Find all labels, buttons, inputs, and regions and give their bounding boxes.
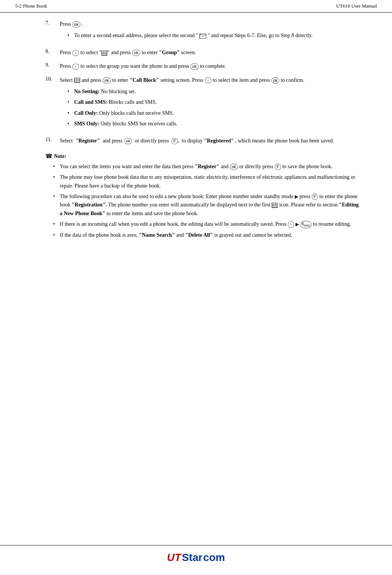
step-7-num: 7. bbox=[45, 20, 57, 43]
page-header: 5-2 Phone Book UT618 User Manual bbox=[0, 0, 392, 12]
ok-icon-note1: ok bbox=[230, 164, 238, 170]
bullet-no-setting: No Setting: No blocking set. bbox=[67, 88, 362, 96]
step-11-num: 11. bbox=[45, 137, 57, 145]
note-bullet-4: If there is an incoming call when you ed… bbox=[53, 220, 362, 228]
nav-icon-8: ○ bbox=[72, 50, 79, 56]
footer-logo: UTStarcom bbox=[167, 552, 225, 564]
note-bullets: You can select the items you want and en… bbox=[53, 162, 362, 239]
logo-com: com bbox=[203, 552, 225, 564]
step-9-content: Press ○ to select the group you want the… bbox=[60, 62, 362, 70]
step-11: 11. Select "Register" and press ok or di… bbox=[45, 137, 362, 145]
header-left: 5-2 Phone Book bbox=[15, 3, 47, 9]
f-icon-note1: F bbox=[275, 164, 281, 170]
ok-icon-10a: ok bbox=[103, 77, 111, 84]
logo-star: Star bbox=[182, 552, 202, 564]
step-7-period: . bbox=[82, 21, 83, 27]
step-8: 8. Press ○ to select "" and press ok to … bbox=[45, 48, 362, 57]
step-9-num: 9. bbox=[45, 62, 57, 70]
icon-phonebook-note3 bbox=[272, 203, 278, 208]
nav-icon-10: ○ bbox=[205, 77, 212, 83]
icon-grid-8 bbox=[101, 50, 107, 56]
step-10-content: Select and press ok to enter "Call Block… bbox=[60, 76, 362, 131]
note-bullet-1: You can select the items you want and en… bbox=[53, 162, 362, 171]
ok-icon-9: ok bbox=[190, 63, 199, 70]
nav-icon-9: ○ bbox=[72, 64, 79, 70]
step-10: 10. Select and press ok to enter "Call B… bbox=[45, 76, 362, 131]
bullet-call-only: Call Only: Only blocks calls but receive… bbox=[67, 109, 362, 117]
step-10-bullets: No Setting: No blocking set. Call and SM… bbox=[67, 88, 362, 128]
f-icon-note3: F bbox=[312, 194, 318, 200]
step-8-num: 8. bbox=[45, 48, 57, 57]
ok-icon-11: ok bbox=[124, 138, 132, 144]
ok-icon-7: ok bbox=[72, 21, 81, 28]
bullet-sms-only: SMS Only: Only blocks SMS but receives c… bbox=[67, 120, 362, 128]
icon-grid-10 bbox=[74, 78, 80, 83]
ok-icon-10b: ok bbox=[271, 77, 280, 84]
header-right: UT618 User Manual bbox=[336, 3, 377, 9]
group-label: "Group" bbox=[159, 50, 180, 55]
bullet-call-sms: Call and SMS: Blocks calls and SMS. bbox=[67, 98, 362, 106]
step-10-num: 10. bbox=[45, 76, 57, 131]
step-9: 9. Press ○ to select the group you want … bbox=[45, 62, 362, 70]
callblock-label: "Call Block" bbox=[129, 77, 159, 83]
icon-6-note4: 6MNO bbox=[300, 221, 311, 228]
register-label: "Register" bbox=[75, 138, 100, 144]
step-7-text: Press bbox=[60, 21, 72, 27]
step-7-bullet-1: To enter a second email address, please … bbox=[67, 31, 362, 40]
email-icon bbox=[199, 34, 206, 39]
logo-ut: UT bbox=[167, 552, 181, 564]
page-footer: UTStarcom bbox=[0, 545, 392, 564]
note-section: ☎ Note: You can select the items you wan… bbox=[45, 153, 362, 239]
note-bullet-2: The phone may lose phone book data due t… bbox=[53, 173, 362, 190]
note-bullet-5: If the data of the phone book is zero, "… bbox=[53, 231, 362, 239]
registered-label: "Registered" bbox=[204, 138, 234, 144]
ok-icon-8: ok bbox=[132, 50, 140, 56]
note-bullet-3: The following procedure can also be used… bbox=[53, 192, 362, 218]
step-7-content: Press ok . To enter a second email addre… bbox=[60, 20, 362, 43]
step-7-bullets: To enter a second email address, please … bbox=[67, 31, 362, 40]
main-content: 7. Press ok . To enter a second email ad… bbox=[0, 12, 392, 255]
f-icon-11: F bbox=[171, 138, 178, 144]
step-8-content: Press ○ to select "" and press ok to ent… bbox=[60, 48, 362, 57]
note-label: ☎ Note: bbox=[45, 153, 362, 159]
nav-icon-note4: ○ bbox=[288, 221, 294, 228]
step-11-content: Select "Register" and press ok or direct… bbox=[60, 137, 362, 145]
step-7: 7. Press ok . To enter a second email ad… bbox=[45, 20, 362, 43]
